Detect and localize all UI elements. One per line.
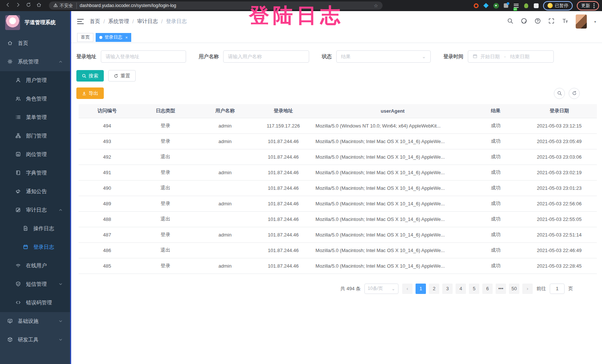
page-button-6[interactable]: 6 <box>482 284 493 294</box>
page-ellipsis[interactable]: ••• <box>496 284 506 294</box>
sidebar-item-sms-management[interactable]: 短信管理 <box>0 275 70 294</box>
sidebar: 芋道管理系统 首页 系统管理 用户管理 角色管理 <box>0 11 70 364</box>
sidebar-item-role-management[interactable]: 角色管理 <box>0 90 70 108</box>
list-icon <box>16 115 21 121</box>
date-start[interactable]: 开始日期 <box>480 53 500 60</box>
sidebar-item-user-management[interactable]: 用户管理 <box>0 71 70 90</box>
app-logo <box>5 15 20 30</box>
paused-extension-pill[interactable]: 已暂停 <box>543 1 573 10</box>
sidebar-item-notice-announcement[interactable]: 通知公告 <box>0 182 70 201</box>
extension-icon-heart[interactable]: ♥ <box>493 3 499 9</box>
breadcrumb-system[interactable]: 系统管理 <box>108 18 129 25</box>
home-icon[interactable] <box>36 2 42 9</box>
address-bar[interactable]: 不安全 dashboard.yudao.iocoder.cn/system/lo… <box>49 1 383 10</box>
toggle-search-button[interactable] <box>554 88 565 99</box>
font-size-icon[interactable] <box>562 18 568 26</box>
sidebar-item-online-users[interactable]: 在线用户 <box>0 257 70 275</box>
refresh-button[interactable] <box>569 88 580 99</box>
page-size-select[interactable]: 10条/页 ⌄ <box>364 284 398 294</box>
extension-icon-grid[interactable] <box>503 3 509 9</box>
search-icon[interactable] <box>507 18 513 26</box>
caret-down-icon[interactable]: ▾ <box>594 20 596 24</box>
extension-icon-bug[interactable] <box>523 3 529 9</box>
home-icon <box>7 40 13 47</box>
chevron-down-icon: ⌄ <box>422 54 426 59</box>
shield-icon <box>16 281 21 288</box>
table-row[interactable]: 494登录admin117.159.17.226Mozilla/5.0 (Win… <box>79 118 597 133</box>
megaphone-icon <box>16 189 21 195</box>
username-input[interactable] <box>223 50 309 63</box>
login-log-table: 访问编号 日志类型 用户名称 登录地址 userAgent 结果 登录日期 49… <box>71 99 602 274</box>
security-chip[interactable]: 不安全 <box>53 3 77 9</box>
table-row[interactable]: 488退出101.87.244.46Mozilla/5.0 (Macintosh… <box>79 211 597 227</box>
sidebar-item-dev-tools[interactable]: 研发工具 <box>0 331 70 349</box>
sidebar-item-system-management[interactable]: 系统管理 <box>0 53 70 71</box>
extension-icon-gem[interactable] <box>483 3 489 9</box>
security-label: 不安全 <box>60 3 73 9</box>
browser-menu-icon[interactable] <box>593 3 595 8</box>
update-button[interactable]: 更新 <box>577 1 599 10</box>
next-page-button[interactable]: › <box>522 284 533 294</box>
edit-icon <box>16 207 21 214</box>
tab-home[interactable]: 首页 <box>77 33 93 42</box>
page-button-5[interactable]: 5 <box>469 284 479 294</box>
bookmark-star-icon[interactable]: ☆ <box>374 3 378 9</box>
tab-login-log[interactable]: 登录日志 × <box>96 33 131 42</box>
export-button[interactable]: 导出 <box>76 87 104 99</box>
username-label: 用户名称 <box>199 53 219 60</box>
sidebar-item-operation-log[interactable]: 操作日志 <box>0 219 70 238</box>
forward-icon[interactable] <box>16 2 21 9</box>
sidebar-item-infrastructure[interactable]: 基础设施 <box>0 312 70 331</box>
app-title: 芋道管理系统 <box>24 19 56 26</box>
column-header-ip: 登录地址 <box>255 104 312 118</box>
breadcrumb-home[interactable]: 首页 <box>90 18 100 25</box>
page-button-1[interactable]: 1 <box>416 284 426 294</box>
sidebar-item-audit-log[interactable]: 审计日志 <box>0 201 70 219</box>
table-row[interactable]: 486退出101.87.244.46Mozilla/5.0 (Macintosh… <box>79 242 597 258</box>
fullscreen-icon[interactable] <box>548 18 555 26</box>
search-button[interactable]: 搜索 <box>76 70 104 82</box>
table-row[interactable]: 487登录admin101.87.244.46Mozilla/5.0 (Maci… <box>79 227 597 242</box>
table-row[interactable]: 492退出101.87.244.46Mozilla/5.0 (Macintosh… <box>79 149 597 165</box>
extension-icon-list-on[interactable]: on <box>513 3 519 9</box>
page-button-4[interactable]: 4 <box>456 284 466 294</box>
wifi-icon <box>16 263 21 269</box>
sidebar-item-login-log[interactable]: 登录日志 <box>0 238 70 257</box>
table-row[interactable]: 489登录admin101.87.244.46Mozilla/5.0 (Maci… <box>79 196 597 211</box>
back-icon[interactable] <box>5 2 10 9</box>
page-button-3[interactable]: 3 <box>442 284 453 294</box>
close-icon[interactable]: × <box>125 35 128 40</box>
table-header-row: 访问编号 日志类型 用户名称 登录地址 userAgent 结果 登录日期 <box>79 104 597 118</box>
table-row[interactable]: 490退出101.87.244.46Mozilla/5.0 (Macintosh… <box>79 180 597 196</box>
sidebar-item-menu-management[interactable]: 菜单管理 <box>0 108 70 127</box>
sidebar-item-error-code-management[interactable]: 错误码管理 <box>0 294 70 312</box>
prev-page-button[interactable]: ‹ <box>402 284 413 294</box>
hamburger-icon[interactable] <box>77 19 84 24</box>
sidebar-item-dept-management[interactable]: 部门管理 <box>0 127 70 145</box>
avatar[interactable] <box>576 14 587 29</box>
chevron-up-icon <box>59 207 63 213</box>
date-range-picker[interactable]: 开始日期 - 结束日期 <box>468 50 554 63</box>
sidebar-item-dict-management[interactable]: 字典管理 <box>0 164 70 182</box>
help-icon[interactable] <box>535 18 541 26</box>
reset-button[interactable]: 重置 <box>108 70 136 82</box>
status-select[interactable]: 结果 ⌄ <box>336 50 431 63</box>
reload-icon[interactable] <box>26 2 31 9</box>
extension-icon-ring[interactable] <box>473 3 479 9</box>
sidebar-item-post-management[interactable]: 岗位管理 <box>0 145 70 164</box>
gear-icon <box>7 59 13 65</box>
breadcrumb-audit-log[interactable]: 审计日志 <box>137 18 158 25</box>
sidebar-item-home[interactable]: 首页 <box>0 34 70 53</box>
chevron-down-icon <box>59 337 63 343</box>
chevron-down-icon <box>59 318 63 324</box>
goto-page-input[interactable] <box>550 284 565 294</box>
date-end[interactable]: 结束日期 <box>510 53 529 60</box>
page-button-50[interactable]: 50 <box>509 284 519 294</box>
extension-icon-puzzle[interactable] <box>533 3 539 9</box>
table-row[interactable]: 485登录admin101.87.244.46Mozilla/5.0 (Maci… <box>79 258 597 274</box>
table-row[interactable]: 491登录admin101.87.244.46Mozilla/5.0 (Maci… <box>79 165 597 180</box>
page-button-2[interactable]: 2 <box>429 284 439 294</box>
login-address-input[interactable] <box>101 50 186 63</box>
github-icon[interactable] <box>521 18 527 26</box>
table-row[interactable]: 493登录admin101.87.244.46Mozilla/5.0 (Maci… <box>79 133 597 149</box>
